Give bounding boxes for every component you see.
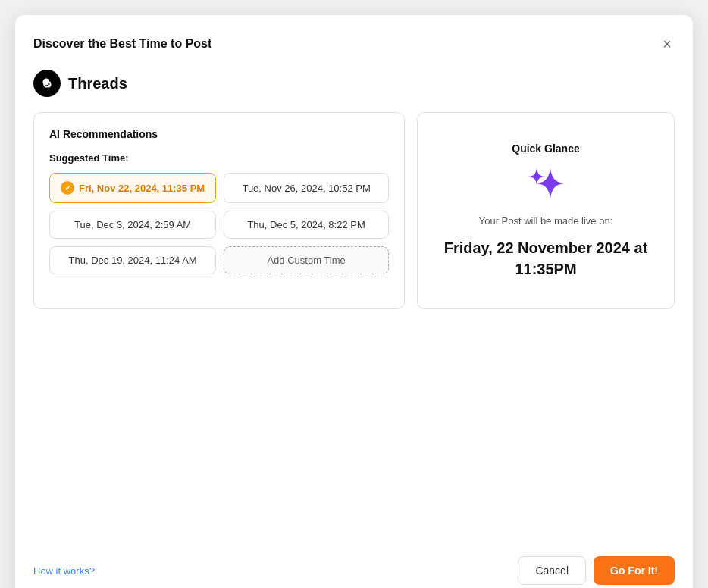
platform-name: Threads bbox=[68, 75, 127, 92]
modal-container: Discover the Best Time to Post × Threads… bbox=[15, 15, 693, 588]
check-icon: ✓ bbox=[61, 181, 74, 195]
time-slot-2[interactable]: Tue, Nov 26, 2024, 10:52 PM bbox=[224, 173, 389, 203]
sparkle-container: Your Post will be made live on: Friday, … bbox=[433, 167, 659, 280]
right-panel-heading: Quick Glance bbox=[512, 142, 579, 155]
time-slot-4[interactable]: Thu, Dec 5, 2024, 8:22 PM bbox=[224, 211, 389, 239]
right-panel: Quick Glance Your Post will be made live… bbox=[417, 112, 675, 309]
time-slot-5[interactable]: Thu, Dec 19, 2024, 11:24 AM bbox=[49, 246, 216, 274]
close-button[interactable]: × bbox=[659, 33, 675, 55]
time-slot-1[interactable]: ✓ Fri, Nov 22, 2024, 11:35 PM bbox=[49, 173, 216, 203]
quick-glance-date: Friday, 22 November 2024 at 11:35PM bbox=[433, 237, 659, 280]
time-slots-grid: ✓ Fri, Nov 22, 2024, 11:35 PM Tue, Nov 2… bbox=[49, 173, 389, 274]
go-for-it-button[interactable]: Go For It! bbox=[594, 556, 675, 585]
panels-container: AI Recommendations Suggested Time: ✓ Fri… bbox=[33, 112, 675, 309]
cancel-button[interactable]: Cancel bbox=[518, 556, 586, 585]
time-slot-3[interactable]: Tue, Dec 3, 2024, 2:59 AM bbox=[49, 211, 216, 239]
platform-row: Threads bbox=[33, 70, 675, 97]
how-it-works-button[interactable]: How it works? bbox=[33, 565, 95, 577]
footer-buttons: Cancel Go For It! bbox=[518, 556, 675, 585]
sparkle-icon bbox=[526, 167, 565, 205]
left-panel: AI Recommendations Suggested Time: ✓ Fri… bbox=[33, 112, 405, 309]
threads-icon bbox=[39, 75, 55, 92]
suggested-label: Suggested Time: bbox=[49, 152, 389, 164]
add-custom-time-button[interactable]: Add Custom Time bbox=[224, 246, 389, 274]
modal-header: Discover the Best Time to Post × bbox=[33, 33, 675, 55]
modal-title: Discover the Best Time to Post bbox=[33, 37, 211, 51]
left-panel-heading: AI Recommendations bbox=[49, 128, 389, 140]
platform-logo bbox=[33, 70, 61, 97]
quick-glance-subtitle: Your Post will be made live on: bbox=[479, 215, 613, 227]
modal-footer: How it works? Cancel Go For It! bbox=[33, 556, 675, 585]
